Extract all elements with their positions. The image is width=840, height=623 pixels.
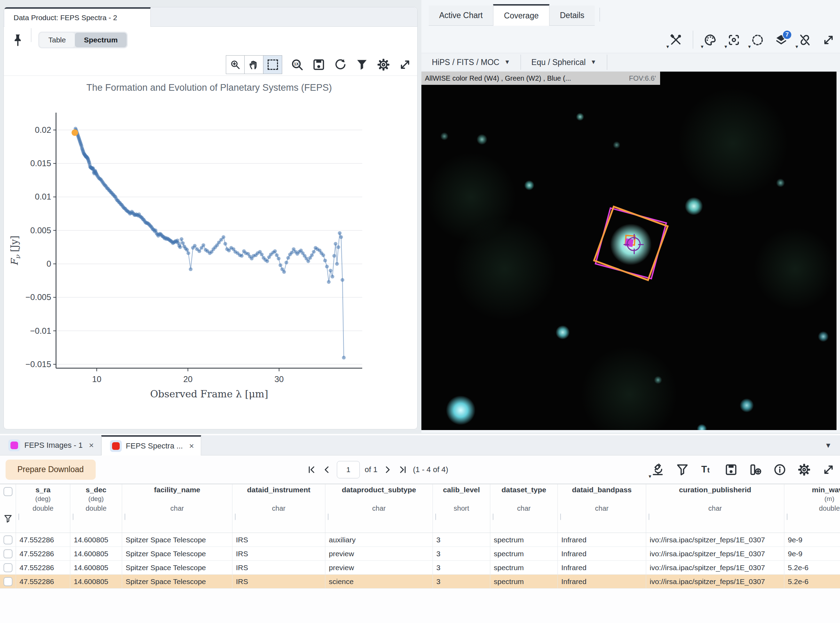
expand-table-icon[interactable] [822, 463, 835, 476]
column-filter-s_ra[interactable] [18, 514, 19, 520]
refresh-chart-icon[interactable] [334, 58, 347, 71]
expand-coverage-icon[interactable] [822, 33, 835, 47]
projection-dropdown[interactable]: Equ / Spherical ▼ [521, 53, 607, 71]
column-header-dataset_type[interactable]: dataset_typechar▼ [490, 484, 558, 532]
layers-button[interactable]: 7 [775, 33, 788, 47]
table-cell[interactable]: 3 [433, 561, 490, 574]
pin-icon[interactable] [11, 33, 24, 47]
zoom-in-tool-button[interactable] [226, 55, 245, 74]
tools-menu-button[interactable]: ▾ [669, 33, 682, 47]
page-number-input[interactable] [337, 461, 360, 478]
pan-tool-button[interactable] [245, 55, 263, 74]
table-cell[interactable]: IRS [232, 561, 325, 574]
filter-table-icon[interactable] [676, 463, 689, 476]
chart-settings-icon[interactable] [377, 58, 390, 71]
table-cell[interactable]: 47.552286 [16, 561, 70, 574]
box-select-tool-button[interactable] [263, 55, 282, 74]
info-icon[interactable] [773, 463, 786, 476]
table-cell[interactable]: 3 [433, 575, 490, 588]
table-cell[interactable]: 47.552286 [16, 547, 70, 560]
table-cell[interactable]: 3 [433, 533, 490, 546]
table-cell[interactable]: Spitzer Space Telescope [122, 547, 232, 560]
table-cell[interactable]: spectrum [490, 561, 558, 574]
table-cell[interactable]: Infrared [558, 575, 646, 588]
expand-chart-icon[interactable] [398, 58, 412, 71]
table-cell[interactable]: 3 [433, 547, 490, 560]
row-checkbox[interactable] [3, 563, 12, 572]
table-row[interactable]: 47.55228614.600805Spitzer Space Telescop… [0, 547, 840, 561]
close-icon[interactable]: × [189, 441, 194, 451]
column-filter-dataset_type[interactable]: ▼ [493, 514, 494, 520]
hips-fits-moc-dropdown[interactable]: HiPS / FITS / MOC ▼ [422, 53, 520, 71]
filter-chart-icon[interactable] [355, 58, 369, 71]
table-cell[interactable]: Spitzer Space Telescope [122, 575, 232, 588]
column-header-facility_name[interactable]: facility_namechar▼ [122, 484, 232, 532]
column-filter-min_wave[interactable] [787, 514, 788, 520]
table-cell[interactable]: 14.600805 [70, 561, 122, 574]
table-cell[interactable]: auxiliary [325, 533, 433, 546]
prepare-download-button[interactable]: Prepare Download [6, 460, 96, 480]
color-palette-button[interactable]: ▾ [704, 33, 717, 47]
unlink-button[interactable]: ▾ [798, 33, 811, 47]
table-cell[interactable]: IRS [232, 533, 325, 546]
column-header-dataproduct_subtype[interactable]: dataproduct_subtypechar▼ [325, 484, 433, 532]
table-view-button[interactable]: Table [39, 33, 75, 47]
text-format-icon[interactable]: Tt [700, 463, 713, 476]
column-header-dataid_instrument[interactable]: dataid_instrumentchar▼ [232, 484, 325, 532]
column-filter-dataid_bandpass[interactable]: ▼ [560, 514, 561, 520]
column-filter-curation_publisherid[interactable]: ▼ [649, 514, 649, 520]
table-cell[interactable]: 5.2e-6 [784, 561, 840, 574]
column-filter-dataproduct_subtype[interactable]: ▼ [328, 514, 328, 520]
recenter-button[interactable]: ▾ [727, 33, 740, 47]
add-column-icon[interactable] [749, 463, 762, 476]
table-cell[interactable]: ivo://irsa.ipac/spitzer_feps/1E_0307 [646, 547, 784, 560]
table-cell[interactable]: ivo://irsa.ipac/spitzer_feps/1E_0307 [646, 561, 784, 574]
last-page-icon[interactable] [398, 465, 408, 475]
tab-feps-spectra[interactable]: FEPS Spectra ... × [101, 435, 202, 456]
save-table-icon[interactable] [725, 463, 738, 476]
table-cell[interactable]: 5.2e-6 [784, 575, 840, 588]
row-checkbox[interactable] [3, 536, 12, 545]
next-page-icon[interactable] [382, 465, 393, 475]
column-filter-dataid_instrument[interactable]: ▼ [235, 514, 235, 520]
row-checkbox[interactable] [3, 577, 12, 586]
close-icon[interactable]: × [89, 440, 94, 450]
table-cell[interactable]: spectrum [490, 547, 558, 560]
tab-coverage[interactable]: Coverage [493, 4, 549, 26]
column-filter-s_dec[interactable] [73, 514, 74, 520]
table-cell[interactable]: IRS [232, 575, 325, 588]
table-cell[interactable]: 14.600805 [70, 533, 122, 546]
table-cell[interactable]: 9e-9 [784, 533, 840, 546]
first-page-icon[interactable] [306, 465, 317, 475]
select-all-checkbox[interactable] [3, 487, 12, 496]
table-settings-icon[interactable] [798, 463, 811, 476]
column-header-min_wave[interactable]: min_wave(m)double [784, 484, 840, 532]
tab-list-dropdown-icon[interactable]: ▼ [825, 442, 832, 450]
spectrum-view-button[interactable]: Spectrum [75, 33, 127, 47]
table-cell[interactable]: Infrared [558, 547, 646, 560]
table-cell[interactable]: Spitzer Space Telescope [122, 533, 232, 546]
column-header-dataid_bandpass[interactable]: dataid_bandpasschar▼ [558, 484, 646, 532]
column-filter-facility_name[interactable]: ▼ [125, 514, 125, 520]
filter-row-icon[interactable] [3, 514, 12, 523]
table-cell[interactable]: spectrum [490, 575, 558, 588]
table-cell[interactable]: spectrum [490, 533, 558, 546]
column-filter-calib_level[interactable]: ▼ [435, 514, 436, 520]
table-cell[interactable]: 14.600805 [70, 575, 122, 588]
table-cell[interactable]: preview [325, 561, 433, 574]
tab-feps-images[interactable]: FEPS Images - 1 × [0, 435, 101, 455]
zoom-reset-icon[interactable]: 1X [291, 58, 304, 71]
table-row[interactable]: 47.55228614.600805Spitzer Space Telescop… [0, 533, 840, 547]
column-header-s_ra[interactable]: s_ra(deg)double [16, 484, 70, 532]
tab-details[interactable]: Details [549, 6, 595, 26]
table-cell[interactable]: ivo://irsa.ipac/spitzer_feps/1E_0307 [646, 575, 784, 588]
table-cell[interactable]: preview [325, 547, 433, 560]
table-cell[interactable]: 14.600805 [70, 547, 122, 560]
table-row[interactable]: 47.55228614.600805Spitzer Space Telescop… [0, 575, 840, 589]
spectrum-chart[interactable]: The Formation and Evolution of Planetary… [4, 75, 418, 430]
row-checkbox[interactable] [3, 549, 12, 559]
column-header-s_dec[interactable]: s_dec(deg)double [70, 484, 122, 532]
table-cell[interactable]: 47.552286 [16, 575, 70, 588]
column-header-calib_level[interactable]: calib_levelshort▼ [433, 484, 490, 532]
previous-page-icon[interactable] [322, 465, 332, 475]
